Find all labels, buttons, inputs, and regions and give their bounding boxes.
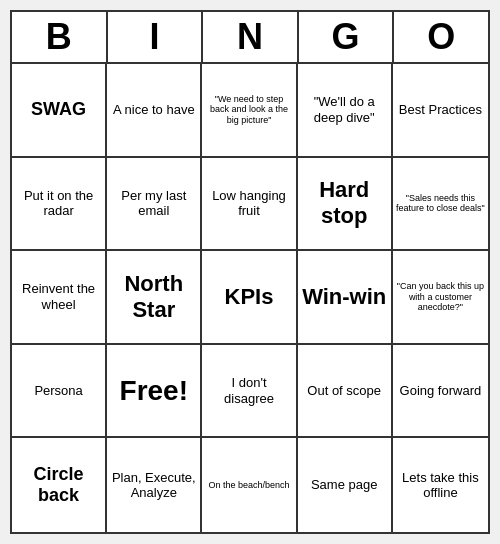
cell-text: Persona [34, 383, 82, 399]
header-letter: B [12, 12, 108, 62]
bingo-cell[interactable]: Circle back [12, 438, 107, 532]
cell-text: Same page [311, 477, 378, 493]
cell-text: Out of scope [307, 383, 381, 399]
cell-text: "We need to step back and look a the big… [205, 94, 292, 126]
bingo-cell[interactable]: "We need to step back and look a the big… [202, 64, 297, 158]
bingo-cell[interactable]: Same page [298, 438, 393, 532]
bingo-cell[interactable]: Best Practices [393, 64, 488, 158]
header-letter: I [108, 12, 204, 62]
cell-text: North Star [110, 271, 197, 324]
bingo-cell[interactable]: On the beach/bench [202, 438, 297, 532]
cell-text: KPIs [225, 284, 274, 310]
bingo-cell[interactable]: Reinvent the wheel [12, 251, 107, 345]
cell-text: Win-win [302, 284, 386, 310]
bingo-cell[interactable]: Win-win [298, 251, 393, 345]
bingo-cell[interactable]: Hard stop [298, 158, 393, 252]
cell-text: "Sales needs this feature to close deals… [396, 193, 485, 215]
cell-text: Circle back [15, 464, 102, 507]
bingo-cell[interactable]: Per my last email [107, 158, 202, 252]
bingo-cell[interactable]: Going forward [393, 345, 488, 439]
bingo-cell[interactable]: Lets take this offline [393, 438, 488, 532]
bingo-grid: SWAGA nice to have"We need to step back … [12, 64, 488, 532]
bingo-cell[interactable]: I don't disagree [202, 345, 297, 439]
cell-text: Put it on the radar [15, 188, 102, 219]
cell-text: Reinvent the wheel [15, 281, 102, 312]
bingo-cell[interactable]: Persona [12, 345, 107, 439]
bingo-cell[interactable]: Out of scope [298, 345, 393, 439]
cell-text: Plan, Execute, Analyze [110, 470, 197, 501]
bingo-cell[interactable]: Put it on the radar [12, 158, 107, 252]
bingo-cell[interactable]: KPIs [202, 251, 297, 345]
bingo-cell[interactable]: Plan, Execute, Analyze [107, 438, 202, 532]
header-letter: N [203, 12, 299, 62]
cell-text: "Can you back this up with a customer an… [396, 281, 485, 313]
cell-text: Going forward [400, 383, 482, 399]
cell-text: Best Practices [399, 102, 482, 118]
header-letter: G [299, 12, 395, 62]
cell-text: SWAG [31, 99, 86, 121]
cell-text: Low hanging fruit [205, 188, 292, 219]
bingo-cell[interactable]: North Star [107, 251, 202, 345]
bingo-cell[interactable]: "Sales needs this feature to close deals… [393, 158, 488, 252]
cell-text: Per my last email [110, 188, 197, 219]
bingo-cell[interactable]: Low hanging fruit [202, 158, 297, 252]
bingo-cell[interactable]: Free! [107, 345, 202, 439]
bingo-cell[interactable]: SWAG [12, 64, 107, 158]
header-letter: O [394, 12, 488, 62]
cell-text: A nice to have [113, 102, 195, 118]
bingo-cell[interactable]: "Can you back this up with a customer an… [393, 251, 488, 345]
cell-text: On the beach/bench [208, 480, 289, 491]
cell-text: Lets take this offline [396, 470, 485, 501]
bingo-cell[interactable]: A nice to have [107, 64, 202, 158]
bingo-cell[interactable]: "We'll do a deep dive" [298, 64, 393, 158]
cell-text: Hard stop [301, 177, 388, 230]
cell-text: I don't disagree [205, 375, 292, 406]
cell-text: "We'll do a deep dive" [301, 94, 388, 125]
bingo-card: BINGO SWAGA nice to have"We need to step… [10, 10, 490, 534]
bingo-header: BINGO [12, 12, 488, 64]
cell-text: Free! [120, 374, 188, 408]
